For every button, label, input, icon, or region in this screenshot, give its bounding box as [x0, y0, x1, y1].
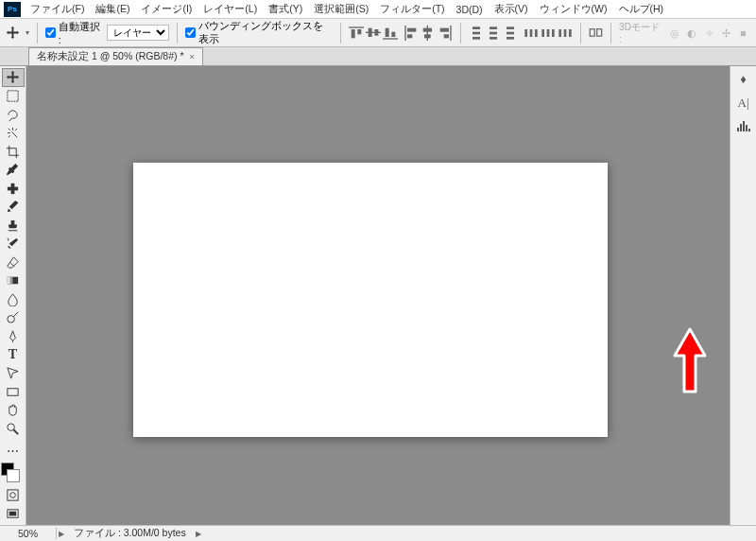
type-tool[interactable]: T: [2, 345, 25, 364]
marquee-tool[interactable]: [2, 87, 25, 106]
stamp-tool[interactable]: [2, 216, 25, 235]
svg-rect-11: [407, 34, 412, 38]
svg-rect-37: [597, 29, 602, 36]
right-panel: ♦ A|: [730, 66, 756, 525]
close-icon[interactable]: ×: [190, 52, 195, 61]
svg-rect-43: [8, 277, 10, 285]
layer-select[interactable]: レイヤー: [107, 25, 169, 41]
svg-rect-22: [490, 31, 497, 34]
align-bottom-icon[interactable]: [383, 26, 398, 41]
svg-rect-35: [569, 29, 572, 37]
annotation-arrow-icon: [669, 323, 711, 399]
svg-rect-6: [383, 38, 398, 39]
quickmask-tool[interactable]: [2, 486, 25, 505]
document-tab-title: 名称未設定 1 @ 50% (RGB/8#) *: [37, 50, 184, 63]
svg-rect-28: [530, 29, 533, 37]
menu-type[interactable]: 書式(Y): [263, 1, 308, 18]
align-vcenter-icon[interactable]: [366, 26, 381, 41]
menu-help[interactable]: ヘルプ(H): [613, 1, 670, 18]
auto-select-label: 自動選択 :: [59, 21, 101, 45]
dist-2-icon[interactable]: [486, 26, 501, 41]
status-chevron-icon[interactable]: ▶: [57, 530, 66, 538]
character-icon[interactable]: A|: [738, 96, 749, 111]
mode3d-icons: ◎ ◐ ✧ ✢ ■: [667, 26, 750, 41]
blur-tool[interactable]: [2, 290, 25, 309]
menu-image[interactable]: イメージ(I): [135, 1, 198, 18]
wand-tool[interactable]: [2, 124, 25, 143]
canvas-viewport[interactable]: [26, 66, 730, 525]
svg-rect-5: [375, 29, 379, 36]
menu-edit[interactable]: 編集(E): [90, 1, 135, 18]
background-swatch[interactable]: [7, 469, 20, 482]
align-right-icon[interactable]: [438, 26, 453, 41]
svg-rect-34: [564, 29, 567, 37]
menu-window[interactable]: ウィンドウ(W): [534, 1, 613, 18]
menu-view[interactable]: 表示(V): [489, 1, 534, 18]
status-zoom[interactable]: 50%: [0, 528, 57, 539]
svg-rect-55: [748, 129, 750, 131]
svg-rect-45: [8, 388, 18, 395]
3d-slide-icon: ✢: [718, 26, 733, 41]
screenmode-tool[interactable]: [2, 504, 25, 523]
dist-4-icon[interactable]: [524, 26, 539, 41]
lasso-tool[interactable]: [2, 105, 25, 124]
menu-3d[interactable]: 3D(D): [451, 2, 489, 17]
document-canvas[interactable]: [133, 163, 608, 437]
svg-rect-13: [423, 27, 432, 31]
svg-rect-16: [440, 27, 449, 31]
color-swatches[interactable]: [0, 460, 26, 486]
properties-icon[interactable]: ♦: [740, 72, 747, 86]
move-tool[interactable]: [2, 68, 25, 87]
zoom-tool[interactable]: [2, 419, 25, 438]
align-group-2: [404, 26, 453, 41]
mode3d-label: 3Dモード :: [619, 21, 662, 44]
svg-point-46: [8, 423, 15, 430]
status-chevron2-icon[interactable]: ▶: [194, 530, 203, 538]
dist-6-icon[interactable]: [558, 26, 573, 41]
edit-toolbar[interactable]: ⋯: [2, 441, 25, 460]
svg-rect-31: [547, 29, 550, 37]
dist-3-icon[interactable]: [503, 26, 518, 41]
histogram-icon[interactable]: [737, 120, 750, 134]
menu-select[interactable]: 選択範囲(S): [308, 1, 374, 18]
hand-tool[interactable]: [2, 401, 25, 420]
menu-filter[interactable]: フィルター(T): [374, 1, 450, 18]
dist-1-icon[interactable]: [469, 26, 484, 41]
menu-layer[interactable]: レイヤー(L): [198, 1, 263, 18]
svg-rect-19: [472, 31, 480, 34]
align-top-icon[interactable]: [349, 26, 364, 41]
align-hcenter-icon[interactable]: [421, 26, 436, 41]
rectangle-tool[interactable]: [2, 382, 25, 401]
auto-select-checkbox[interactable]: [45, 27, 56, 38]
menubar: Ps ファイル(F) 編集(E) イメージ(I) レイヤー(L) 書式(Y) 選…: [0, 0, 756, 19]
status-file-info: ファイル : 3.00M/0 bytes: [66, 527, 194, 540]
svg-rect-29: [535, 29, 538, 37]
bbox-checkbox[interactable]: [185, 27, 196, 38]
svg-rect-17: [444, 34, 449, 38]
svg-rect-33: [559, 29, 562, 37]
heal-tool[interactable]: [2, 179, 25, 198]
gradient-tool[interactable]: [2, 271, 25, 290]
auto-align-icon[interactable]: [589, 26, 603, 41]
eyedropper-tool[interactable]: [2, 161, 25, 180]
dist-5-icon[interactable]: [541, 26, 556, 41]
svg-rect-47: [8, 490, 18, 500]
svg-rect-15: [451, 26, 452, 41]
svg-point-48: [10, 493, 16, 498]
document-tab[interactable]: 名称未設定 1 @ 50% (RGB/8#) * ×: [28, 47, 203, 65]
svg-rect-27: [525, 29, 528, 37]
svg-rect-21: [490, 26, 497, 29]
menu-file[interactable]: ファイル(F): [25, 1, 90, 18]
dodge-tool[interactable]: [2, 308, 25, 327]
pen-tool[interactable]: [2, 327, 25, 346]
svg-rect-3: [366, 31, 381, 32]
eraser-tool[interactable]: [2, 253, 25, 272]
crop-tool[interactable]: [2, 142, 25, 161]
history-brush-tool[interactable]: [2, 235, 25, 253]
brush-tool[interactable]: [2, 198, 25, 217]
svg-rect-2: [358, 29, 362, 34]
move-tool-icon[interactable]: [6, 26, 20, 41]
align-left-icon[interactable]: [404, 26, 419, 41]
svg-rect-30: [542, 29, 545, 37]
path-tool[interactable]: [2, 364, 25, 383]
